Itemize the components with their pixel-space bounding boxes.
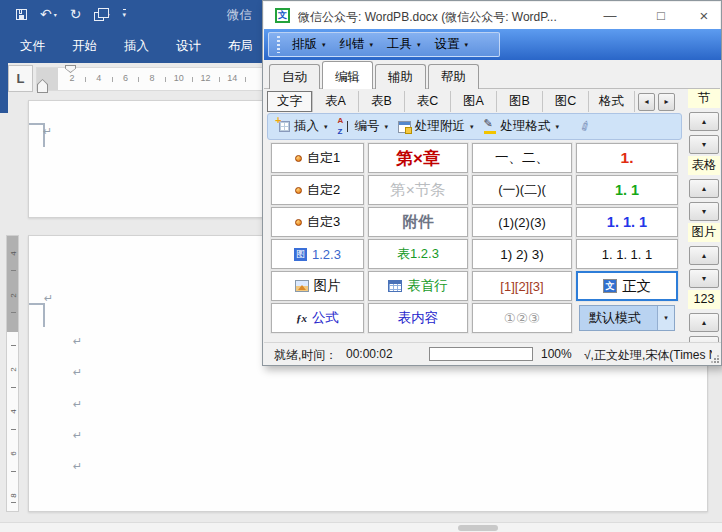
ruler-tick — [219, 77, 220, 82]
menu-item[interactable]: 工具 ▾ — [380, 33, 428, 56]
section-number-style-button[interactable]: 第×节条 — [368, 175, 468, 205]
ribbon-tab[interactable]: 文件 — [10, 31, 55, 62]
chevron-down-icon: ▾ — [465, 41, 469, 49]
paste-special-button[interactable]: ▾ — [94, 8, 109, 21]
ribbon-tab[interactable]: 开始 — [62, 31, 107, 62]
toolbar-button[interactable]: 处理格式 ▾ — [479, 116, 565, 137]
chevron-down-icon: ▾ — [556, 123, 560, 131]
style-button-grid: 自定1第×章一、二、1.自定2第×节条(一)(二)(1. 1自定3附件(1)(2… — [269, 142, 682, 334]
category-tab[interactable]: 图B — [497, 91, 543, 112]
ribbon-tab[interactable]: 插入 — [114, 31, 159, 62]
undo-button[interactable]: ↶▾ — [40, 7, 57, 21]
category-tab[interactable]: 图C — [543, 91, 589, 112]
table-header-row-button[interactable]: 表首行 — [368, 271, 468, 301]
formula-button[interactable]: ƒx公式 — [271, 303, 364, 333]
grid-button-label: 第×节条 — [390, 180, 446, 201]
ruler-tick — [138, 77, 139, 82]
grid-cell: 表1.2.3 — [366, 238, 470, 270]
menu-item[interactable]: 纠错 ▾ — [333, 33, 381, 56]
text-boundary-mark — [29, 303, 44, 305]
paragraph-mark: ↵ — [44, 292, 53, 305]
toolbar-button[interactable]: 插入 ▾ — [274, 116, 333, 137]
grid-cell: 一、二、 — [470, 142, 574, 174]
horizontal-scrollbar[interactable] — [0, 522, 722, 532]
table-down-button[interactable]: ▾ — [689, 202, 719, 221]
scroll-right-button[interactable]: ▸ — [658, 93, 675, 111]
minimize-button[interactable]: — — [594, 3, 626, 28]
dialog-tab[interactable]: 自动 — [269, 64, 320, 89]
arabic-paren-number-button[interactable]: (1)(2)(3) — [472, 207, 572, 237]
numbers-up-button[interactable]: ▴ — [689, 313, 719, 332]
grid-button-label: 1) 2) 3) — [500, 247, 544, 262]
arabic-dot-number-button[interactable]: 1. — [576, 143, 678, 173]
side-label-picture: 图片 — [688, 223, 720, 242]
vertical-ruler: 422468 — [6, 235, 19, 512]
dialog-title: 微信公众号: WordPB.docx (微信公众号: WordP... — [298, 9, 557, 26]
custom-style-3-button[interactable]: 自定3 — [271, 207, 364, 237]
menu-item[interactable]: 设置 ▾ — [428, 33, 476, 56]
dialog-tab[interactable]: 辅助 — [375, 64, 426, 89]
body-text-button[interactable]: 文正文 — [576, 271, 678, 301]
cn-dun-number-button[interactable]: 一、二、 — [472, 143, 572, 173]
mode-combo[interactable]: 默认模式▾ — [579, 305, 675, 331]
category-tab[interactable]: 图A — [451, 91, 497, 112]
ruler-number: 6 — [123, 73, 128, 83]
scrollbar-thumb[interactable] — [458, 525, 498, 531]
level2-number-button[interactable]: 1. 1 — [576, 175, 678, 205]
save-button[interactable] — [16, 9, 27, 20]
plugin-dialog: 文 微信公众号: WordPB.docx (微信公众号: WordP... — … — [262, 0, 722, 366]
bracket-number-button[interactable]: [1][2][3] — [472, 271, 572, 301]
combo-dropdown-button[interactable]: ▾ — [657, 306, 674, 330]
redo-button[interactable]: ↻ — [70, 7, 82, 21]
section-up-button[interactable]: ▴ — [689, 112, 719, 131]
ruler-number: 2 — [9, 291, 18, 300]
text-boundary-mark — [29, 123, 44, 125]
halfparen-number-button[interactable]: 1) 2) 3) — [472, 239, 572, 269]
dialog-tab[interactable]: 编辑 — [322, 61, 373, 89]
category-tab[interactable]: 表B — [359, 91, 405, 112]
chevron-down-icon: ▾ — [385, 123, 389, 131]
table-content-button[interactable]: 表内容 — [368, 303, 468, 333]
close-button[interactable]: × — [688, 3, 720, 28]
category-tab[interactable]: 表C — [405, 91, 451, 112]
figure-caption-button[interactable]: 图1.2.3 — [271, 239, 364, 269]
format-brush-button[interactable]: ✐ — [577, 117, 594, 135]
category-tab[interactable]: 文字 — [267, 91, 313, 112]
section-down-button[interactable]: ▾ — [689, 135, 719, 154]
table-up-button[interactable]: ▴ — [689, 179, 719, 198]
category-tab[interactable]: 格式 — [589, 91, 635, 112]
chapter-number-style-button[interactable]: 第×章 — [368, 143, 468, 173]
ruler-number: 4 — [9, 407, 18, 416]
picture-up-button[interactable]: ▴ — [689, 246, 719, 265]
toolbar-button[interactable]: 处理附近 ▾ — [393, 116, 479, 137]
circled-number-button[interactable]: ①②③ — [472, 303, 572, 333]
dialog-titlebar[interactable]: 文 微信公众号: WordPB.docx (微信公众号: WordP... — … — [264, 2, 720, 29]
custom-style-2-button[interactable]: 自定2 — [271, 175, 364, 205]
picture-button[interactable]: 图片 — [271, 271, 364, 301]
first-line-indent-marker[interactable] — [65, 65, 76, 73]
tab-stop-selector[interactable]: L — [8, 65, 33, 92]
table-caption-button[interactable]: 表1.2.3 — [368, 239, 468, 269]
level4-number-button[interactable]: 1. 1. 1. 1 — [576, 239, 678, 269]
chevron-down-icon: ▾ — [470, 123, 474, 131]
paragraph-mark: ↵ — [73, 429, 82, 442]
qat-more-button[interactable]: ▾ — [123, 9, 127, 19]
ribbon-tab[interactable]: 布局 — [218, 31, 263, 62]
maximize-button[interactable]: □ — [645, 3, 677, 28]
attachment-style-button[interactable]: 附件 — [368, 207, 468, 237]
category-tab[interactable]: 表A — [313, 91, 359, 112]
grid-button-label: 1. 1 — [615, 182, 639, 198]
grid-button-label: 表1.2.3 — [397, 245, 439, 263]
drag-grip[interactable] — [277, 36, 280, 53]
custom-style-1-button[interactable]: 自定1 — [271, 143, 364, 173]
resize-grip[interactable] — [711, 355, 719, 363]
level3-number-button[interactable]: 1. 1. 1 — [576, 207, 678, 237]
ruler-tick — [11, 387, 16, 388]
ribbon-tab[interactable]: 设计 — [166, 31, 211, 62]
cn-paren-number-button[interactable]: (一)(二)( — [472, 175, 572, 205]
dialog-tab[interactable]: 帮助 — [428, 64, 479, 89]
scroll-left-button[interactable]: ◂ — [638, 93, 655, 111]
picture-down-button[interactable]: ▾ — [689, 269, 719, 288]
menu-item[interactable]: 排版 ▾ — [285, 33, 333, 56]
toolbar-button[interactable]: 编号 ▾ — [333, 116, 394, 137]
